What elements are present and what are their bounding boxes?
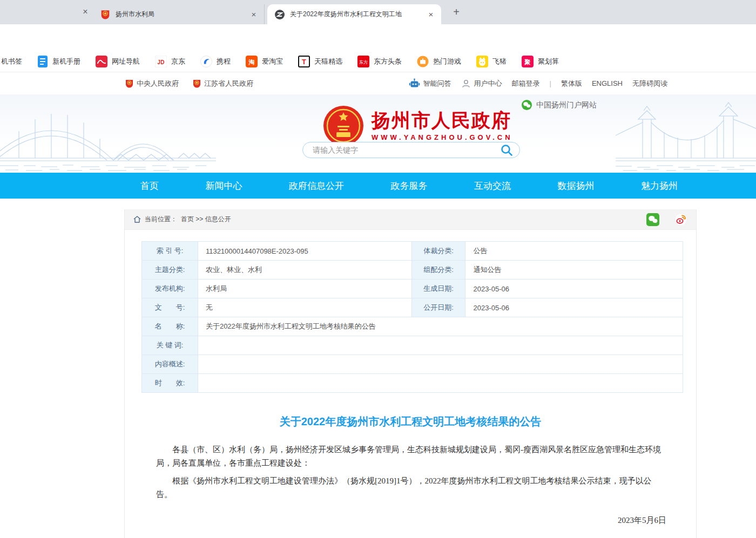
link-traditional[interactable]: 繁体版 bbox=[561, 79, 582, 88]
browser-tab-strip: × 扬州市水利局 × 关于2022年度扬州市水利工程文明工地 × + bbox=[0, 0, 756, 24]
meta-label-cell: 文 号: bbox=[142, 298, 198, 317]
meta-label-cell: 主题分类: bbox=[142, 261, 198, 280]
dongfang-icon: 东方 bbox=[357, 56, 369, 67]
meta-value-cell: 2023-05-06 bbox=[465, 298, 683, 317]
nav-item-interaction[interactable]: 互动交流 bbox=[474, 180, 511, 192]
home-icon bbox=[133, 216, 141, 223]
link-jiangsu-gov[interactable]: 江苏省人民政府 bbox=[193, 79, 253, 88]
meta-value-cell: 关于2022年度扬州市水利工程文明工地考核结果的公告 bbox=[198, 317, 683, 336]
bookmark-url-nav[interactable]: 网址导航 bbox=[96, 56, 140, 67]
tmall-icon: T bbox=[298, 56, 310, 67]
meta-value-cell: 农业、林业、水利 bbox=[198, 261, 411, 280]
table-row: 时 效: bbox=[142, 374, 683, 393]
bookmark-fliggy[interactable]: 飞猪 bbox=[476, 56, 507, 67]
weibo-share-icon[interactable] bbox=[674, 213, 687, 226]
link-label: 邮箱登录 bbox=[512, 79, 540, 88]
meta-label-cell: 时 效: bbox=[142, 374, 198, 393]
article-date: 2023年5月6日 bbox=[125, 515, 666, 526]
close-icon[interactable]: × bbox=[426, 10, 436, 19]
bookmark-tmall[interactable]: T 天猫精选 bbox=[298, 56, 342, 67]
table-row: 内容概述: bbox=[142, 355, 683, 374]
nav-item-data[interactable]: 数据扬州 bbox=[558, 180, 595, 192]
gov-topbar-left: 中央人民政府 江苏省人民政府 bbox=[125, 72, 253, 94]
metadata-table: 索 引 号: 11321000014407098E-2023-095 体裁分类:… bbox=[141, 241, 683, 393]
bookmark-dongfang-toutiao[interactable]: 东方 东方头条 bbox=[357, 56, 402, 67]
bookmark-juhuasuan[interactable]: 聚 聚划算 bbox=[522, 56, 559, 67]
bridge-artwork-left bbox=[0, 94, 302, 173]
link-mail-login[interactable]: 邮箱登录 bbox=[512, 79, 540, 88]
nav-item-home[interactable]: 首页 bbox=[140, 180, 159, 192]
svg-text:T: T bbox=[302, 58, 306, 66]
meta-value-cell bbox=[198, 355, 683, 374]
table-row: 索 引 号: 11321000014407098E-2023-095 体裁分类:… bbox=[142, 242, 683, 261]
ctrip-icon bbox=[200, 56, 212, 67]
wechat-share-icon[interactable] bbox=[646, 213, 659, 226]
table-row: 关 键 词: bbox=[142, 336, 683, 355]
bookmark-label: 爱淘宝 bbox=[262, 57, 283, 66]
new-tab-button[interactable]: + bbox=[449, 5, 463, 19]
meta-value-cell bbox=[198, 374, 683, 393]
bookmark-phone-bookmarks[interactable]: 机书签 bbox=[1, 57, 22, 66]
close-icon[interactable]: × bbox=[249, 10, 259, 19]
site-header: 扬州市人民政府 WWW.YANGZHOU.GOV.CN 中国扬州门户网站 bbox=[0, 94, 756, 173]
link-user-center[interactable]: 用户中心 bbox=[461, 79, 502, 88]
nav-item-news[interactable]: 新闻中心 bbox=[206, 180, 242, 192]
meta-value-cell: 水利局 bbox=[198, 280, 411, 298]
close-icon[interactable]: × bbox=[80, 6, 91, 17]
bookmark-aitaobao[interactable]: 淘 爱淘宝 bbox=[246, 56, 283, 67]
site-url: WWW.YANGZHOU.GOV.CN bbox=[372, 133, 513, 141]
svg-text:JD: JD bbox=[158, 59, 165, 65]
article-paragraph: 各县（市、区）水利（务）局，扬州经济开发区城乡事务管理局，生态科技新城规划建设局… bbox=[156, 443, 665, 470]
browser-tab-shuiliju[interactable]: 扬州市水利局 × bbox=[93, 4, 265, 24]
nav-item-charm[interactable]: 魅力扬州 bbox=[641, 180, 678, 192]
browser-toolbar: 不安全 yangzhou.gov.cn/yzszxxgk/slj/202305/… bbox=[0, 24, 756, 51]
portal-badge[interactable]: 中国扬州门户网站 bbox=[522, 100, 597, 110]
svg-text:聚: 聚 bbox=[524, 59, 531, 65]
bookmark-label: 东方头条 bbox=[374, 57, 402, 66]
wechat-globe-icon bbox=[522, 100, 532, 110]
breadcrumb-bar: 当前位置： 首页 >> 信息公开 bbox=[125, 209, 696, 230]
manual-icon bbox=[37, 56, 48, 67]
article: 关于2022年度扬州市水利工程文明工地考核结果的公告 各县（市、区）水利（务）局… bbox=[125, 414, 696, 538]
site-logo[interactable]: 扬州市人民政府 WWW.YANGZHOU.GOV.CN bbox=[323, 105, 513, 146]
gov-topbar: 中央人民政府 江苏省人民政府 智能问答 用户中心 邮箱登录 | 繁体版 bbox=[0, 72, 756, 94]
search-input[interactable] bbox=[312, 145, 500, 155]
table-row: 主题分类: 农业、林业、水利 组配分类: 通知公告 bbox=[142, 261, 683, 280]
link-central-gov[interactable]: 中央人民政府 bbox=[125, 79, 179, 88]
breadcrumb-path[interactable]: 首页 >> 信息公开 bbox=[181, 215, 231, 224]
browser-window: × 扬州市水利局 × 关于2022年度扬州市水利工程文明工地 × + 不安全 y… bbox=[0, 0, 756, 538]
svg-text:东方: 东方 bbox=[359, 60, 368, 65]
site-name: 扬州市人民政府 bbox=[372, 110, 513, 131]
bookmark-hot-games[interactable]: 热门游戏 bbox=[417, 56, 461, 67]
bookmark-label: 京东 bbox=[171, 57, 185, 66]
link-smart-qa[interactable]: 智能问答 bbox=[409, 78, 451, 88]
link-label: 用户中心 bbox=[474, 79, 502, 88]
bookmark-ctrip[interactable]: 携程 bbox=[200, 56, 231, 67]
bookmark-jd[interactable]: JD 京东 bbox=[155, 56, 185, 67]
link-label: 繁体版 bbox=[561, 79, 582, 88]
tab-title: 关于2022年度扬州市水利工程文明工地 bbox=[290, 10, 421, 19]
meta-value-cell: 通知公告 bbox=[465, 261, 683, 280]
meta-value-cell bbox=[198, 336, 683, 355]
juhuasuan-icon: 聚 bbox=[522, 56, 534, 67]
meta-value-cell: 2023-05-06 bbox=[465, 280, 683, 298]
bookmark-new-phone-manual[interactable]: 新机手册 bbox=[37, 56, 80, 67]
bridge-artwork-right bbox=[616, 94, 756, 173]
browser-tab-active[interactable]: 关于2022年度扬州市水利工程文明工地 × bbox=[267, 4, 441, 24]
content-card: 当前位置： 首页 >> 信息公开 索 引 号: 1132100001440709… bbox=[124, 209, 697, 538]
nav-item-services[interactable]: 政务服务 bbox=[391, 180, 428, 192]
link-english[interactable]: ENGLISH bbox=[592, 79, 623, 87]
nav-site-icon bbox=[96, 56, 107, 67]
article-title: 关于2022年度扬州市水利工程文明工地考核结果的公告 bbox=[125, 414, 696, 429]
gov-topbar-right: 智能问答 用户中心 邮箱登录 | 繁体版 ENGLISH 无障碍阅读 bbox=[409, 72, 667, 94]
nav-item-info-disclosure[interactable]: 政府信息公开 bbox=[289, 180, 344, 192]
link-accessibility[interactable]: 无障碍阅读 bbox=[632, 79, 667, 88]
fliggy-pig-icon bbox=[476, 56, 488, 67]
bookmark-label: 机书签 bbox=[1, 57, 22, 66]
meta-label-cell: 发布机构: bbox=[142, 280, 198, 298]
table-row: 名 称: 关于2022年度扬州市水利工程文明工地考核结果的公告 bbox=[142, 317, 683, 336]
tab-title: 扬州市水利局 bbox=[116, 10, 244, 19]
gov-emblem-icon bbox=[193, 79, 201, 88]
gov-emblem-favicon bbox=[100, 10, 110, 19]
search-button[interactable] bbox=[500, 144, 513, 156]
